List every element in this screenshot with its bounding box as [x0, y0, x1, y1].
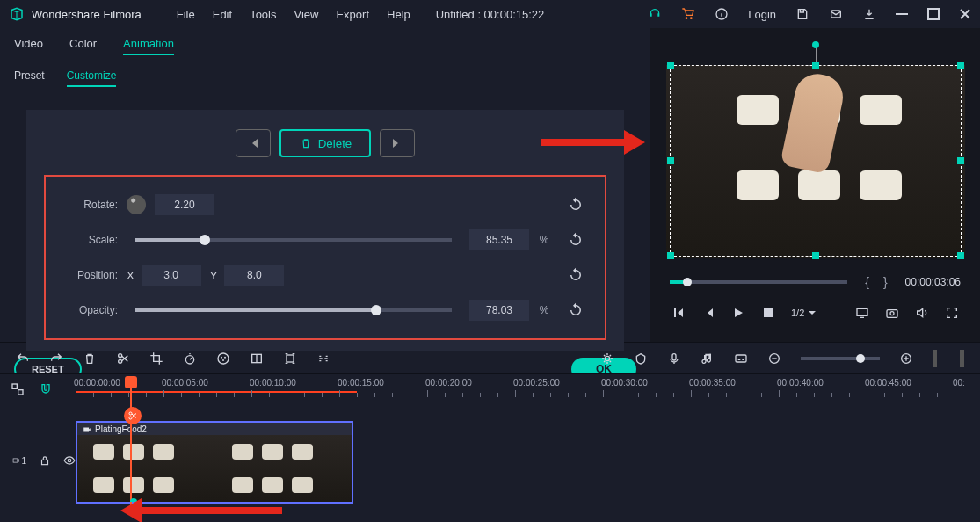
marker-icon[interactable] — [634, 352, 648, 366]
menu-file[interactable]: File — [177, 8, 195, 21]
selection-box[interactable] — [670, 65, 962, 257]
delete-keyframe-button[interactable]: Delete — [279, 129, 372, 157]
video-track[interactable]: PlatingFood2 — [76, 403, 980, 518]
tab-animation[interactable]: Animation — [123, 37, 174, 55]
record-icon[interactable] — [667, 352, 681, 366]
preview-controls: 1/2 — [659, 297, 971, 329]
save-icon[interactable] — [795, 7, 809, 21]
snapshot-icon[interactable] — [885, 306, 899, 320]
preview-panel: { } 00:00:03:06 1/2 — [650, 28, 980, 342]
time-ruler[interactable]: 00:00:00:00 00:00:05:00 00:00:10:00 00:0… — [76, 380, 969, 403]
preview-frame[interactable] — [666, 65, 965, 267]
svg-point-17 — [605, 356, 609, 360]
playhead[interactable] — [130, 378, 132, 514]
reset-scale-icon[interactable] — [568, 232, 584, 248]
motion-track-icon[interactable] — [283, 352, 297, 366]
rotate-input[interactable] — [155, 194, 214, 215]
zoom-out-icon[interactable] — [767, 352, 781, 366]
scale-slider[interactable] — [135, 238, 452, 242]
step-back-icon[interactable] — [671, 306, 686, 320]
headset-icon[interactable] — [648, 7, 662, 21]
delete-icon[interactable] — [83, 352, 97, 366]
speed-icon[interactable] — [183, 352, 197, 366]
reset-opacity-icon[interactable] — [568, 302, 584, 318]
tick-8: 00:00:40:00 — [777, 378, 824, 388]
playback-speed[interactable]: 1/2 — [791, 308, 817, 318]
menu-bar: File Edit Tools View Export Help — [177, 8, 410, 21]
play-icon[interactable] — [731, 306, 745, 320]
menu-help[interactable]: Help — [387, 8, 410, 21]
reset-rotate-icon[interactable] — [568, 197, 584, 213]
menu-export[interactable]: Export — [336, 8, 369, 21]
subtitle-icon[interactable] — [734, 352, 748, 366]
zoom-slider[interactable] — [801, 357, 880, 360]
position-x-input[interactable] — [142, 265, 201, 286]
undo-icon[interactable] — [16, 352, 30, 366]
stop-icon[interactable] — [761, 306, 775, 320]
crop-icon[interactable] — [149, 352, 163, 366]
subtab-preset[interactable]: Preset — [14, 69, 45, 87]
menu-edit[interactable]: Edit — [213, 8, 232, 21]
prev-keyframe-button[interactable] — [236, 129, 271, 157]
tab-video[interactable]: Video — [14, 37, 43, 55]
frame-back-icon[interactable] — [701, 306, 715, 320]
menu-tools[interactable]: Tools — [250, 8, 276, 21]
info-icon[interactable] — [715, 7, 729, 21]
rotate-row: Rotate: — [56, 187, 584, 222]
window-maximize-icon[interactable] — [927, 8, 940, 20]
volume-icon[interactable] — [915, 306, 929, 320]
preview-progress-bar: { } 00:00:03:06 — [659, 267, 971, 297]
app-logo-icon — [9, 6, 25, 22]
opacity-input[interactable] — [469, 300, 529, 321]
keyframe-icon[interactable] — [316, 352, 330, 366]
green-screen-icon[interactable] — [250, 352, 264, 366]
tick-6: 00:00:30:00 — [601, 378, 648, 388]
scissors-playhead-icon[interactable] — [124, 407, 142, 424]
position-y-input[interactable] — [224, 265, 284, 286]
track-video-icon[interactable]: 1 — [12, 453, 26, 468]
panel-toggle-icon[interactable] — [933, 350, 937, 367]
fullscreen-icon[interactable] — [945, 306, 959, 320]
svg-rect-24 — [13, 459, 18, 462]
login-link[interactable]: Login — [748, 8, 776, 21]
zoom-in-icon[interactable] — [899, 352, 913, 366]
magnet-icon[interactable] — [39, 382, 53, 396]
redo-icon[interactable] — [49, 352, 63, 366]
split-icon[interactable] — [116, 352, 130, 366]
render-icon[interactable] — [600, 352, 614, 366]
svg-point-27 — [129, 417, 132, 419]
timeline-clip[interactable]: PlatingFood2 — [76, 421, 353, 504]
window-minimize-icon[interactable] — [896, 8, 908, 20]
svg-rect-5 — [857, 308, 867, 315]
tick-4: 00:00:20:00 — [425, 378, 472, 388]
cart-icon[interactable] — [681, 7, 695, 21]
download-icon[interactable] — [862, 7, 876, 21]
menu-view[interactable]: View — [294, 8, 318, 21]
track-manager-icon[interactable] — [11, 382, 25, 396]
display-icon[interactable] — [855, 306, 869, 320]
next-keyframe-button[interactable] — [380, 129, 415, 157]
mark-out-icon[interactable]: } — [883, 275, 888, 289]
opacity-slider[interactable] — [135, 308, 452, 312]
app-title: Wondershare Filmora — [32, 8, 142, 21]
tab-color[interactable]: Color — [69, 37, 97, 55]
window-close-icon[interactable] — [959, 8, 971, 20]
rotate-knob[interactable] — [127, 195, 146, 214]
svg-point-9 — [119, 353, 122, 357]
top-right-controls: Login — [648, 7, 971, 21]
track-visibility-icon[interactable] — [63, 453, 76, 468]
preview-scrubber[interactable] — [670, 280, 847, 284]
color-icon[interactable] — [216, 352, 230, 366]
keyframe-nav: Delete — [44, 129, 606, 157]
reset-position-icon[interactable] — [568, 267, 584, 283]
audio-mixer-icon[interactable] — [701, 352, 715, 366]
subtab-customize[interactable]: Customize — [67, 69, 117, 87]
panel-toggle-icon-2[interactable] — [960, 350, 964, 367]
notification-icon[interactable] — [829, 7, 843, 21]
pos-x-label: X — [127, 269, 134, 282]
mark-in-icon[interactable]: { — [865, 275, 869, 289]
track-lock-icon[interactable] — [39, 453, 51, 468]
scale-input[interactable] — [469, 229, 529, 250]
svg-rect-29 — [83, 427, 89, 431]
tick-9: 00:00:45:00 — [865, 378, 911, 388]
